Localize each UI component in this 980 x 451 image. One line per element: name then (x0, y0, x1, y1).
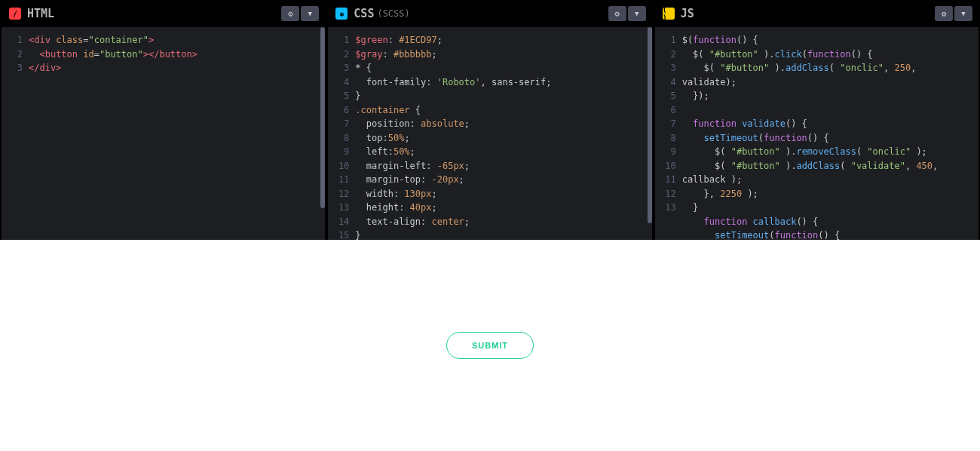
css-panel: ✱ CSS (SCSS) ▼ 123456789101112131415 $gr… (328, 0, 651, 240)
scrollbar[interactable] (320, 27, 325, 208)
preview-pane: SUBMIT (0, 240, 980, 451)
chevron-down-icon[interactable]: ▼ (954, 6, 972, 21)
js-icon: ( ) (663, 8, 675, 20)
gear-icon[interactable] (935, 6, 953, 21)
submit-button[interactable]: SUBMIT (446, 332, 534, 359)
css-sublabel: (SCSS) (377, 8, 409, 19)
js-header: ( ) JS ▼ (655, 0, 978, 27)
html-code[interactable]: <div class="container"> <button id="butt… (29, 33, 325, 240)
html-editor[interactable]: 123 <div class="container"> <button id="… (2, 27, 325, 240)
scrollbar[interactable] (648, 27, 652, 223)
js-panel: ( ) JS ▼ 12345678910111213 $(function() … (655, 0, 978, 240)
gear-icon[interactable] (281, 6, 299, 21)
js-gutter: 12345678910111213 (655, 33, 682, 240)
html-gutter: 123 (2, 33, 29, 240)
html-label: HTML (27, 7, 54, 20)
css-header: ✱ CSS (SCSS) ▼ (328, 0, 651, 27)
chevron-down-icon[interactable]: ▼ (301, 6, 319, 21)
css-label: CSS (354, 7, 374, 20)
css-icon: ✱ (335, 8, 348, 20)
js-editor[interactable]: 12345678910111213 $(function() { $( "#bu… (655, 27, 978, 240)
css-editor[interactable]: 123456789101112131415 $green: #1ECD97;$g… (328, 27, 651, 240)
html-panel: / HTML ▼ 123 <div class="container"> <bu… (2, 0, 325, 240)
gear-icon[interactable] (608, 6, 626, 21)
js-label: JS (681, 7, 694, 20)
editor-row: / HTML ▼ 123 <div class="container"> <bu… (0, 0, 980, 240)
html-icon: / (9, 8, 21, 20)
html-header: / HTML ▼ (2, 0, 325, 27)
css-gutter: 123456789101112131415 (328, 33, 355, 240)
chevron-down-icon[interactable]: ▼ (628, 6, 646, 21)
css-code[interactable]: $green: #1ECD97;$gray: #bbbbbb;* { font-… (355, 33, 651, 240)
js-code[interactable]: $(function() { $( "#button" ).click(func… (682, 33, 978, 240)
